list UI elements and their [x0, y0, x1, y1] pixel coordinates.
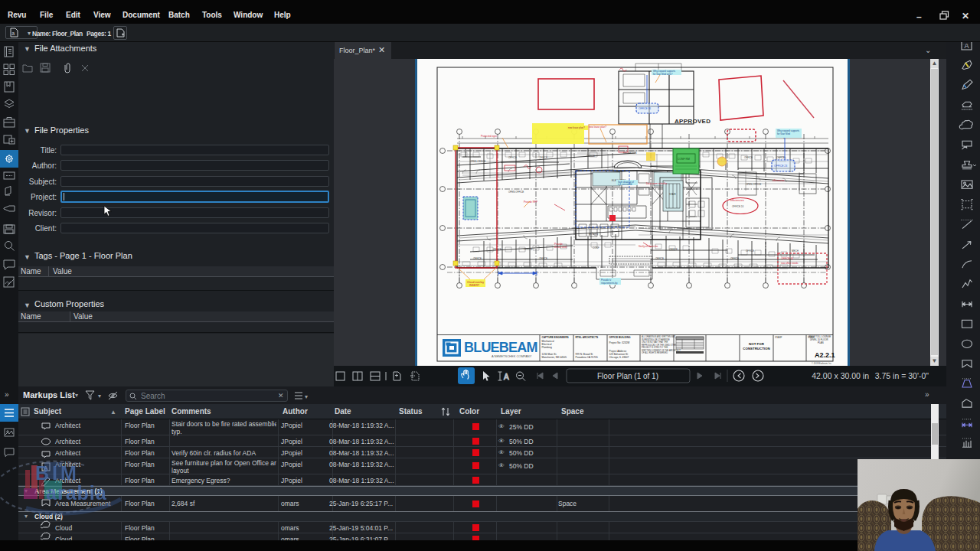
svg-text:a: a — [11, 31, 15, 36]
svg-text:Plumbing: Plumbing — [542, 346, 553, 349]
svg-text:OPEN OFFICE: OPEN OFFICE — [508, 191, 524, 194]
svg-text:OFFICE: OFFICE — [539, 257, 547, 260]
svg-text:Provide RFP: Provide RFP — [524, 201, 537, 204]
svg-text:for Gae filled: for Gae filled — [777, 132, 790, 135]
svg-text:OFFICE: OFFICE — [539, 156, 547, 159]
svg-text:A2.2.1: A2.2.1 — [815, 351, 835, 359]
svg-text:OFFICE: OFFICE — [524, 248, 532, 251]
svg-text:OFFICE: OFFICE — [730, 257, 739, 260]
svg-text:OFFICE: OFFICE — [746, 249, 754, 253]
svg-text:OFFICE: OFFICE — [473, 257, 482, 260]
svg-text:OFFICE 44: OFFICE 44 — [781, 257, 793, 260]
svg-text:Chicago, IL 43607: Chicago, IL 43607 — [609, 356, 629, 359]
svg-text:CAPTURE ENGINEERS: CAPTURE ENGINEERS — [542, 336, 569, 339]
svg-text:arabia: arabia — [46, 482, 107, 504]
svg-text:A NEMETSCHEK COMPANY: A NEMETSCHEK COMPANY — [492, 354, 532, 358]
svg-text:new office needs: new office needs — [781, 262, 799, 265]
svg-text:Manchester, NH 04505: Manchester, NH 04505 — [542, 356, 567, 359]
svg-text:A: A — [965, 42, 969, 50]
svg-text:BLUEBEAM: BLUEBEAM — [464, 340, 537, 355]
svg-text:CONSTRUCTION: CONSTRUCTION — [743, 347, 769, 350]
svg-text:STAIR: STAIR — [669, 193, 676, 196]
svg-text:NOT FOR: NOT FOR — [749, 342, 765, 346]
svg-text:41 but steel: 41 but steel — [554, 246, 567, 249]
svg-text:ALL DRAWINGS AND WRITTEN MAT: ALL DRAWINGS AND WRITTEN MAT — [642, 335, 675, 338]
svg-text:efficiencies: efficiencies — [773, 179, 785, 182]
svg-text:RTKL ARCHITECTS: RTKL ARCHITECTS — [576, 336, 599, 339]
svg-text:APPROVED: APPROVED — [675, 118, 710, 125]
svg-text:Protected egre: Protected egre — [481, 135, 497, 138]
svg-text:PROJECT IS STRICTLY THE: PROJECT IS STRICTLY THE — [642, 346, 668, 349]
svg-text:requirements by: requirements by — [601, 282, 618, 285]
svg-text:ONLY IN NO WAY THAT THE: ONLY IN NO WAY THAT THE — [642, 341, 668, 344]
svg-text:OFFICE: OFFICE — [508, 156, 517, 159]
svg-text:▾: ▾ — [305, 393, 308, 400]
svg-text:RECEPTION: RECEPTION — [623, 152, 637, 155]
svg-text:new lease plan?: new lease plan? — [589, 126, 606, 129]
svg-text:INSERT: INSERT — [469, 284, 480, 287]
svg-text:Data room to buffer: Data room to buffer — [646, 182, 668, 185]
svg-text:it 4 concealed: it 4 concealed — [618, 183, 632, 186]
svg-text:A: A — [504, 373, 509, 381]
svg-text:42.00 x 30.00 in: 42.00 x 30.00 in — [812, 371, 869, 380]
svg-text:OFFICE 23: OFFICE 23 — [774, 165, 787, 168]
svg-text:OF ALL RIGHTS RESERVED: OF ALL RIGHTS RESERVED — [642, 351, 668, 354]
svg-text:CONF: CONF — [593, 246, 599, 249]
svg-text:CONF RM: CONF RM — [678, 158, 690, 161]
svg-text:Floor Plan (1 of 1): Floor Plan (1 of 1) — [597, 372, 658, 380]
svg-text:BIM: BIM — [35, 462, 80, 484]
svg-text:▾: ▾ — [98, 393, 101, 399]
svg-text:OFFICE: OFFICE — [655, 257, 664, 260]
svg-text:REPRODUCED OR THE USED OTHER: REPRODUCED OR THE USED OTHER — [642, 344, 678, 347]
svg-text:Project No: 3232W: Project No: 3232W — [609, 341, 630, 344]
svg-text:efficiencies: efficiencies — [730, 199, 744, 202]
svg-text:IN PRINTING OR OTHERWISE: IN PRINTING OR OTHERWISE — [642, 338, 670, 341]
svg-text:OFFICE: OFFICE — [586, 155, 595, 158]
svg-text:WOMEN: WOMEN — [589, 233, 598, 236]
svg-text:new lease plan?: new lease plan? — [568, 126, 585, 129]
svg-text:OFFICE 36: OFFICE 36 — [639, 107, 651, 110]
svg-text:OPEN OFFICE: OPEN OFFICE — [746, 183, 761, 186]
svg-text:PLAN: PLAN — [818, 341, 824, 344]
svg-text:OFFICE: OFFICE — [776, 156, 785, 159]
svg-text:WRITTEN CONSENT OF THE ARCHITE: WRITTEN CONSENT OF THE ARCHITECT — [642, 349, 681, 352]
svg-text:© 2018 Bluebeam, Inc.: © 2018 Bluebeam, Inc. — [812, 362, 832, 365]
svg-text:OFFICE BUILDING: OFFICE BUILDING — [609, 336, 631, 339]
svg-text:Verify all doors be: Verify all doors be — [639, 245, 658, 248]
svg-text:OFFICE: OFFICE — [669, 248, 678, 251]
svg-text:OPEN OFFICE: OPEN OFFICE — [470, 160, 485, 163]
svg-text:Pasadena CA 91705: Pasadena CA 91705 — [576, 356, 598, 359]
svg-text:for Gae filled wels?: for Gae filled wels? — [653, 73, 673, 76]
svg-text:3.75 in = 30'-0": 3.75 in = 30'-0" — [875, 371, 929, 380]
svg-text:OFFICE: OFFICE — [744, 156, 753, 159]
svg-text:STAMP: STAMP — [775, 336, 782, 339]
svg-text:MECH: MECH — [792, 249, 799, 253]
svg-text:OFFICE 24: OFFICE 24 — [732, 205, 744, 208]
